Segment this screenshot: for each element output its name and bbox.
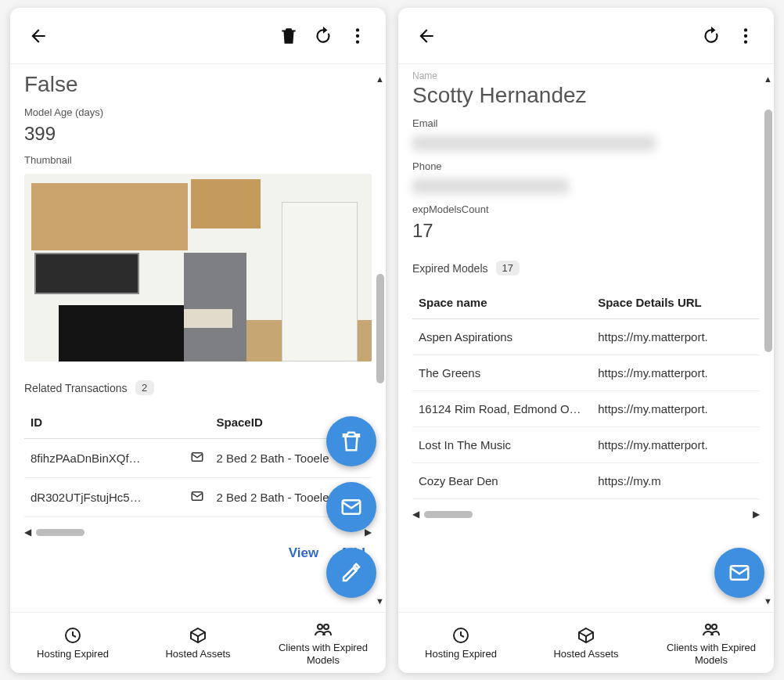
fab-mail[interactable] (326, 482, 376, 532)
related-transactions-table: ID SpaceID 8fihzPAaDnBinXQf… 2 Bed 2 Bat… (24, 406, 372, 517)
scroll-left-icon[interactable]: ◀ (412, 509, 419, 520)
model-age-label: Model Age (days) (24, 106, 372, 118)
fab-delete[interactable] (326, 416, 376, 466)
phone-label: Phone (412, 160, 760, 172)
more-icon[interactable] (340, 19, 375, 53)
cell-id: 8fihzPAaDnBinXQf… (24, 439, 184, 478)
fab-edit[interactable] (326, 548, 376, 598)
vertical-scrollbar[interactable] (376, 274, 384, 383)
fab-mail[interactable] (714, 548, 764, 598)
back-icon[interactable] (409, 19, 444, 53)
phone-value-redacted (412, 178, 569, 194)
related-transactions-count: 2 (135, 380, 154, 395)
vertical-scrollbar[interactable] (764, 110, 772, 352)
client-detail-screen: Name Scotty Hernandez Email Phone expMod… (398, 8, 774, 673)
model-age-value: 399 (24, 123, 372, 145)
scroll-right-icon[interactable]: ▶ (753, 509, 760, 520)
expired-models-count: 17 (496, 261, 520, 275)
table-row[interactable]: dR302UTjFstujHc5… 2 Bed 2 Bath - Tooele (24, 478, 372, 517)
scroll-up-icon[interactable]: ▲ (376, 74, 384, 84)
thumbnail-label: Thumbnail (24, 154, 372, 166)
fab-stack (326, 416, 376, 598)
col-space-name: Space name (412, 286, 592, 319)
table-row[interactable]: Aspen Aspirationshttps://my.matterport. (412, 319, 760, 355)
view-link[interactable]: View (289, 545, 318, 560)
nav-hosted-assets[interactable]: Hosted Assets (135, 613, 261, 673)
exp-models-count-value: 17 (412, 220, 760, 242)
back-icon[interactable] (21, 19, 56, 53)
content-scroll[interactable]: Name Scotty Hernandez Email Phone expMod… (398, 64, 774, 612)
clock-icon (63, 626, 82, 645)
email-label: Email (412, 117, 760, 129)
scroll-down-icon[interactable]: ▼ (764, 596, 772, 606)
trash-icon[interactable] (272, 19, 306, 53)
related-transactions-header: Related Transactions 2 (24, 380, 372, 395)
table-row[interactable]: Lost In The Musichttps://my.matterport. (412, 427, 760, 463)
topbar (398, 8, 774, 64)
cell-id: dR302UTjFstujHc5… (24, 478, 184, 517)
topbar (10, 8, 386, 64)
email-value-redacted (412, 135, 656, 151)
box-icon (189, 626, 207, 645)
name-value: Scotty Hernandez (412, 83, 760, 108)
nav-hosting-expired[interactable]: Hosting Expired (398, 613, 523, 673)
col-id: ID (24, 406, 184, 439)
nav-hosted-assets[interactable]: Hosted Assets (523, 613, 649, 673)
horizontal-scrollbar[interactable]: ◀ ▶ (24, 525, 372, 539)
scroll-left-icon[interactable]: ◀ (24, 527, 31, 538)
expired-models-table: Space name Space Details URL Aspen Aspir… (412, 286, 760, 499)
table-row[interactable]: 16124 Rim Road, Edmond OK 7…https://my.m… (412, 391, 760, 427)
expired-models-label: Expired Models (412, 262, 488, 275)
users-icon (314, 620, 333, 639)
bottom-nav: Hosting Expired Hosted Assets Clients wi… (398, 612, 774, 673)
nav-clients-expired[interactable]: Clients with Expired Models (261, 613, 386, 673)
model-detail-screen: False Model Age (days) 399 Thumbnail Rel… (10, 8, 386, 673)
expired-models-header: Expired Models 17 (412, 261, 760, 275)
fab-stack (714, 548, 764, 598)
more-icon[interactable] (728, 19, 763, 53)
box-icon (577, 626, 595, 645)
nav-clients-expired[interactable]: Clients with Expired Models (649, 613, 774, 673)
table-row[interactable]: 8fihzPAaDnBinXQf… 2 Bed 2 Bath - Tooele (24, 439, 372, 478)
mail-icon[interactable] (184, 478, 210, 517)
col-space-url: Space Details URL (592, 286, 760, 319)
scroll-up-icon[interactable]: ▲ (764, 74, 772, 84)
horizontal-scrollbar[interactable]: ◀ ▶ (412, 507, 760, 521)
table-row[interactable]: Cozy Bear Denhttps://my.m (412, 463, 760, 499)
false-value: False (24, 72, 372, 97)
bottom-nav: Hosting Expired Hosted Assets Clients wi… (10, 612, 386, 673)
table-row[interactable]: The Greenshttps://my.matterport. (412, 355, 760, 391)
thumbnail-image (24, 174, 372, 362)
table-action-links: View Add (24, 539, 372, 563)
refresh-icon[interactable] (694, 19, 728, 53)
refresh-icon[interactable] (306, 19, 340, 53)
clock-icon (451, 626, 470, 645)
name-label: Name (412, 70, 760, 81)
users-icon (702, 620, 721, 639)
related-transactions-label: Related Transactions (24, 382, 128, 394)
exp-models-count-label: expModelsCount (412, 203, 760, 215)
nav-hosting-expired[interactable]: Hosting Expired (10, 613, 135, 673)
mail-icon[interactable] (184, 439, 210, 478)
scroll-down-icon[interactable]: ▼ (376, 596, 384, 606)
